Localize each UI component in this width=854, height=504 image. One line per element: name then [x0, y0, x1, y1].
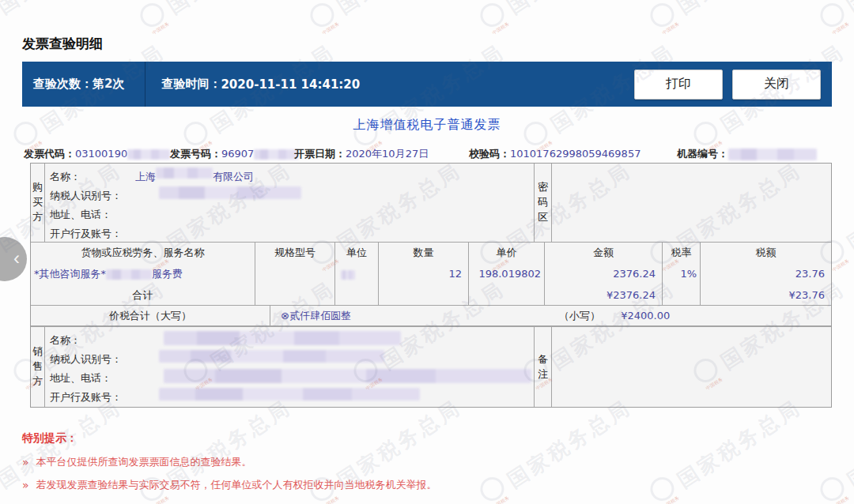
password-area — [552, 164, 831, 242]
page-title: 发票查验明细 — [22, 35, 103, 53]
seller-bank-account: 开户行及账号： — [50, 388, 534, 407]
col-tax-amount: 税额 23.76 ¥23.76 — [701, 243, 831, 305]
col-spec: 规格型号 — [255, 243, 335, 305]
collapse-panel-button[interactable]: ‹ — [0, 237, 27, 281]
col-tax-rate: 税率 1% — [663, 243, 701, 305]
invoice-date: 开票日期：2020年10月27日 — [294, 147, 429, 161]
tax-emblem-icon — [816, 0, 848, 32]
item-unit — [335, 263, 378, 284]
buyer-name: 名称： 上海有限公司 — [50, 167, 534, 186]
watermark: 中国税务国家税务总局 — [0, 0, 127, 38]
bullet-icon: » — [22, 456, 29, 468]
special-notice: 特别提示： » 本平台仅提供所查询发票票面信息的查验结果。 » 若发现发票查验结… — [22, 431, 437, 501]
remarks-label: 备注 — [535, 327, 552, 407]
buyer-fields: 名称： 上海有限公司 纳税人识别号： 地址、电话： 开户行及账号： — [45, 164, 535, 242]
check-count-label: 查验次数： — [33, 77, 93, 92]
buyer-section: 购买方 名称： 上海有限公司 纳税人识别号： 地址、电话： 开户行及账号： 密码… — [31, 164, 831, 243]
watermark: 中国税务国家税务总局 — [306, 0, 468, 38]
col-unit: 单位 — [335, 243, 379, 305]
amount-in-words: ⊗贰仟肆佰圆整 — [281, 306, 351, 326]
watermark: 中国税务国家税务总局 — [136, 0, 298, 38]
item-tax-rate: 1% — [663, 263, 700, 284]
tax-emblem-icon — [476, 472, 508, 504]
invoice-checksum: 校验码：10101762998059469857 — [469, 147, 640, 161]
buyer-side-label: 购买方 — [31, 164, 45, 242]
seller-address-phone: 地址、电话： — [50, 369, 534, 388]
item-amount: 2376.24 — [545, 263, 662, 284]
redacted-value — [159, 186, 301, 199]
invoice-verification-page: 中国税务国家税务总局中国税务国家税务总局中国税务国家税务总局中国税务国家税务总局… — [0, 0, 854, 504]
tax-emblem-icon — [136, 0, 168, 32]
invoice-number: 发票号码：96907 — [170, 147, 298, 161]
tax-emblem-icon — [646, 0, 678, 32]
watermark: 中国税务国家税务总局 — [816, 0, 854, 38]
grand-total-label: 价税合计（大写） — [31, 306, 270, 325]
watermark: 中国税务国家税务总局 — [646, 392, 808, 504]
buyer-address-phone: 地址、电话： — [50, 205, 534, 224]
item-name: *其他咨询服务*服务费 — [31, 263, 255, 284]
machine-number: 机器编号： — [677, 147, 817, 161]
total-amount: ¥2376.24 — [545, 284, 662, 306]
total-label: 合计 — [31, 284, 255, 306]
item-unit-price: 198.019802 — [469, 263, 544, 284]
seller-fields: 名称： 纳税人识别号： 地址、电话： 开户行及账号： — [45, 327, 535, 407]
watermark: 中国税务国家税务总局 — [816, 392, 854, 504]
redacted-value — [164, 369, 531, 383]
invoice-code: 发票代码：03100190 — [24, 147, 170, 161]
redacted-value — [341, 270, 355, 280]
verification-header-bar: 查验次数： 第2次 查验时间： 2020-11-11 14:41:20 打印 关… — [22, 62, 832, 107]
col-unit-price: 单价 198.019802 — [469, 243, 545, 305]
check-time-label: 查验时间： — [161, 77, 221, 92]
bullet-icon: » — [22, 479, 29, 491]
redacted-value — [156, 167, 213, 179]
invoice-table: 购买方 名称： 上海有限公司 纳税人识别号： 地址、电话： 开户行及账号： 密码… — [30, 163, 832, 408]
seller-name: 名称： — [50, 331, 534, 350]
grand-total-content: ⊗贰仟肆佰圆整 （小写） ¥2400.00 — [270, 306, 831, 325]
chevron-left-icon: ‹ — [13, 249, 20, 268]
redacted-value — [127, 149, 170, 160]
seller-section: 销售方 名称： 纳税人识别号： 地址、电话： 开户行及账号： — [31, 326, 831, 407]
redacted-value — [164, 331, 401, 345]
remarks-area — [552, 327, 831, 407]
redacted-value — [106, 269, 152, 280]
check-count-value: 第2次 — [93, 77, 124, 92]
watermark: 中国税务国家税务总局 — [476, 0, 638, 38]
items-section: 货物或应税劳务、服务名称 *其他咨询服务*服务费 合计 规格型号 单位 数量 1… — [31, 243, 831, 306]
col-item-name: 货物或应税劳务、服务名称 *其他咨询服务*服务费 合计 — [31, 243, 255, 305]
item-tax-amount: 23.76 — [701, 263, 831, 284]
tax-emblem-icon — [306, 0, 338, 32]
notice-item: » 本平台仅提供所查询发票票面信息的查验结果。 — [22, 455, 437, 469]
notice-item: » 若发现发票查验结果与实际交易不符，任何单位或个人有权拒收并向当地税务机关举报… — [22, 478, 437, 492]
watermark: 中国税务国家税务总局 — [476, 392, 638, 504]
col-quantity: 数量 12 — [379, 243, 469, 305]
check-time-value: 2020-11-11 14:41:20 — [221, 77, 360, 92]
seller-tax-id: 纳税人识别号： — [50, 350, 534, 369]
tax-emblem-icon — [476, 0, 508, 32]
tax-emblem-icon — [646, 472, 678, 504]
seller-side-label: 销售方 — [31, 327, 45, 407]
redacted-value — [159, 388, 420, 401]
invoice-title: 上海增值税电子普通发票 — [0, 117, 854, 134]
close-button[interactable]: 关闭 — [732, 70, 821, 100]
item-quantity: 12 — [379, 263, 468, 284]
buyer-bank-account: 开户行及账号： — [50, 224, 534, 243]
watermark: 中国税务国家税务总局 — [646, 0, 808, 38]
tax-emblem-icon — [816, 472, 848, 504]
grand-total-row: 价税合计（大写） ⊗贰仟肆佰圆整 （小写） ¥2400.00 — [31, 306, 831, 326]
redacted-value — [254, 149, 298, 160]
header-divider — [145, 62, 145, 107]
buyer-tax-id: 纳税人识别号： — [50, 186, 534, 205]
print-button[interactable]: 打印 — [634, 70, 723, 100]
redacted-value — [159, 350, 384, 363]
notice-title: 特别提示： — [22, 431, 437, 446]
password-area-label: 密码区 — [535, 164, 552, 242]
redacted-value — [728, 149, 817, 160]
col-amount: 金额 2376.24 ¥2376.24 — [545, 243, 663, 305]
total-tax-amount: ¥23.76 — [701, 284, 831, 306]
amount-in-figures: （小写） ¥2400.00 — [559, 306, 670, 326]
